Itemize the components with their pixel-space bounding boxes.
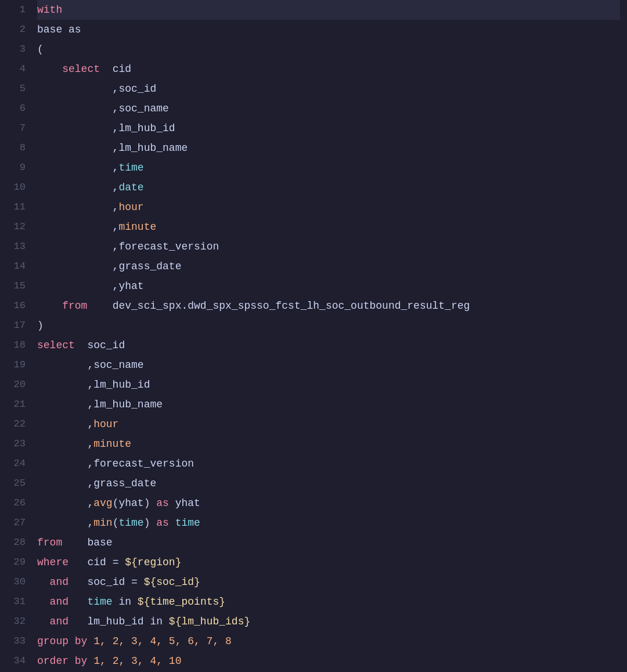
token: time xyxy=(118,517,143,529)
token: ${time_points} xyxy=(138,596,225,608)
token: ,soc_name xyxy=(37,359,144,371)
line-number-7: 7 xyxy=(5,118,26,138)
token: yhat xyxy=(169,497,200,509)
line-number-14: 14 xyxy=(5,256,26,276)
token: soc_id = xyxy=(69,576,144,588)
line-number-10: 10 xyxy=(5,178,26,197)
code-line-13: ,forecast_version xyxy=(37,237,620,256)
line-number-11: 11 xyxy=(5,197,26,217)
token: hour xyxy=(93,418,118,430)
token: select xyxy=(37,339,75,351)
token: , xyxy=(37,497,93,509)
token: time xyxy=(87,596,112,608)
token: as xyxy=(156,517,169,529)
line-number-32: 32 xyxy=(5,612,26,631)
token: , xyxy=(37,162,118,174)
token: where xyxy=(37,557,69,568)
code-line-16: from dev_sci_spx.dwd_spx_spsso_fcst_lh_s… xyxy=(37,296,620,316)
token xyxy=(69,596,87,608)
token: ,lm_hub_id xyxy=(37,122,175,134)
code-line-19: ,soc_name xyxy=(37,355,620,375)
code-line-26: ,avg(yhat) as yhat xyxy=(37,493,620,513)
token: time xyxy=(175,517,200,529)
token: cid = xyxy=(69,557,125,568)
token: ${region} xyxy=(125,557,181,568)
token: and xyxy=(37,576,69,588)
code-line-27: ,min(time) as time xyxy=(37,513,620,533)
code-line-31: and time in ${time_points} xyxy=(37,592,620,612)
token: ,grass_date xyxy=(37,478,156,489)
token: ) xyxy=(37,320,44,331)
line-number-33: 33 xyxy=(5,631,26,651)
token: ${lm_hub_ids} xyxy=(169,616,250,627)
code-line-18: select soc_id xyxy=(37,335,620,355)
token: , xyxy=(37,221,118,233)
code-line-17: ) xyxy=(37,316,620,335)
token: avg xyxy=(93,497,112,509)
line-number-15: 15 xyxy=(5,276,26,296)
code-line-7: ,lm_hub_id xyxy=(37,118,620,138)
line-number-29: 29 xyxy=(5,552,26,572)
code-line-29: where cid = ${region} xyxy=(37,552,620,572)
token: , xyxy=(37,418,93,430)
line-number-20: 20 xyxy=(5,375,26,395)
line-number-16: 16 xyxy=(5,296,26,316)
token: group by xyxy=(37,635,87,647)
token xyxy=(169,517,175,529)
line-number-17: 17 xyxy=(5,316,26,335)
code-line-11: ,hour xyxy=(37,197,620,217)
code-line-8: ,lm_hub_name xyxy=(37,138,620,158)
token: ,soc_id xyxy=(37,83,156,95)
code-line-5: ,soc_id xyxy=(37,79,620,99)
token: ) xyxy=(144,517,157,529)
token: select xyxy=(37,63,100,75)
token: time xyxy=(118,162,143,174)
token: ,forecast_version xyxy=(37,458,194,469)
code-line-30: and soc_id = ${soc_id} xyxy=(37,572,620,592)
line-number-9: 9 xyxy=(5,158,26,178)
line-number-gutter: 1234567891011121314151617181920212223242… xyxy=(0,0,30,672)
line-number-30: 30 xyxy=(5,572,26,592)
token: ,lm_hub_id xyxy=(37,379,150,391)
code-line-33: group by 1, 2, 3, 4, 5, 6, 7, 8 xyxy=(37,631,620,651)
code-line-9: ,time xyxy=(37,158,620,178)
token: from xyxy=(37,537,62,548)
token: , xyxy=(37,517,93,529)
code-line-32: and lm_hub_id in ${lm_hub_ids} xyxy=(37,612,620,631)
line-number-26: 26 xyxy=(5,493,26,513)
line-number-27: 27 xyxy=(5,513,26,533)
line-number-8: 8 xyxy=(5,138,26,158)
code-line-20: ,lm_hub_id xyxy=(37,375,620,395)
line-number-24: 24 xyxy=(5,454,26,474)
code-line-24: ,forecast_version xyxy=(37,454,620,474)
token: ( xyxy=(113,517,119,529)
token: 1, 2, 3, 4, 10 xyxy=(87,655,181,667)
token: lm_hub_id in xyxy=(69,616,169,627)
code-line-28: from base xyxy=(37,533,620,552)
code-line-34: order by 1, 2, 3, 4, 10 xyxy=(37,651,620,671)
token: from xyxy=(37,300,87,312)
line-number-12: 12 xyxy=(5,217,26,237)
code-line-21: ,lm_hub_name xyxy=(37,395,620,414)
line-number-19: 19 xyxy=(5,355,26,375)
line-number-18: 18 xyxy=(5,335,26,355)
token: ,forecast_version xyxy=(37,241,219,252)
token: , xyxy=(37,438,93,450)
token: base as xyxy=(37,24,81,35)
code-line-2: base as xyxy=(37,20,620,39)
token: ,soc_name xyxy=(37,103,169,114)
line-number-28: 28 xyxy=(5,533,26,552)
token: ,yhat xyxy=(37,280,144,292)
token: and xyxy=(37,596,69,608)
code-line-6: ,soc_name xyxy=(37,99,620,118)
code-line-22: ,hour xyxy=(37,414,620,434)
token: soc_id xyxy=(75,339,125,351)
code-editor: 1234567891011121314151617181920212223242… xyxy=(0,0,627,672)
token: hour xyxy=(118,201,143,213)
code-line-23: ,minute xyxy=(37,434,620,454)
token: in xyxy=(113,596,138,608)
token: ,lm_hub_name xyxy=(37,142,188,154)
line-number-31: 31 xyxy=(5,592,26,612)
line-number-2: 2 xyxy=(5,20,26,39)
code-line-15: ,yhat xyxy=(37,276,620,296)
